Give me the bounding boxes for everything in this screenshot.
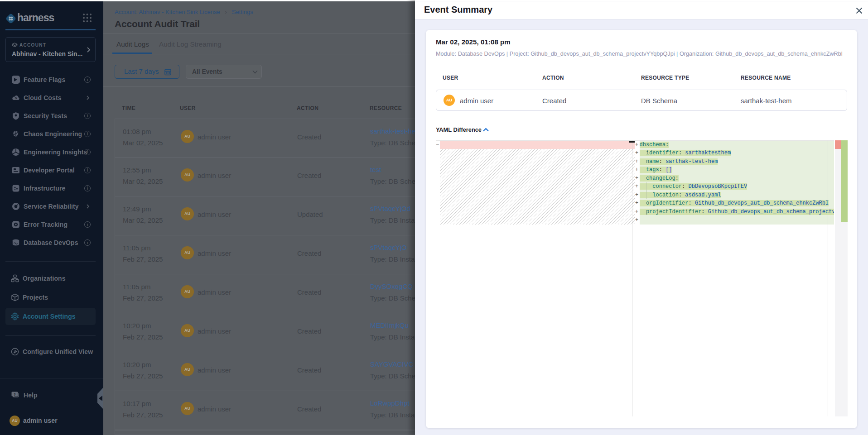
svg-text:?: ? [14, 392, 16, 397]
svg-text:$: $ [15, 96, 17, 100]
